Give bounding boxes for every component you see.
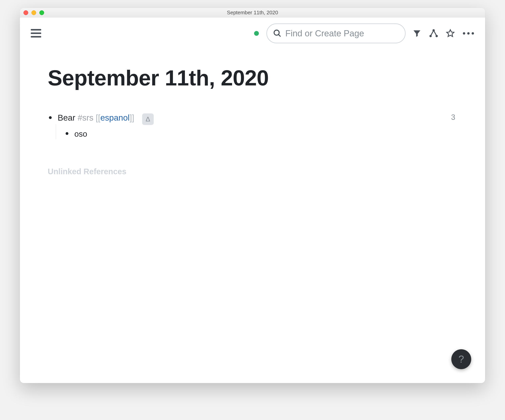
window-controls <box>24 10 44 15</box>
window-minimize-button[interactable] <box>32 10 36 15</box>
funnel-icon <box>412 29 422 38</box>
sync-status-indicator[interactable] <box>254 31 259 36</box>
filter-button[interactable] <box>411 28 422 39</box>
block-text: oso <box>74 129 87 139</box>
delta-button[interactable]: Δ <box>142 113 154 125</box>
link-espanol: espanol <box>101 113 130 122</box>
block: Bear #srs [[espanol]] Δ oso 3 <box>48 112 457 139</box>
app-window: September 11th, 2020 <box>20 8 485 383</box>
titlebar: September 11th, 2020 <box>20 8 485 18</box>
svg-rect-1 <box>31 33 41 34</box>
svg-rect-0 <box>31 29 41 31</box>
graph-button[interactable] <box>428 28 439 39</box>
menu-button[interactable] <box>30 28 42 38</box>
window-zoom-button[interactable] <box>39 10 44 15</box>
svg-rect-2 <box>31 36 41 37</box>
page-link[interactable]: [[espanol]] <box>96 113 134 122</box>
favorite-button[interactable] <box>445 28 456 39</box>
star-icon <box>446 29 455 38</box>
search-field[interactable] <box>266 24 406 43</box>
unlinked-references-heading[interactable]: Unlinked References <box>48 167 457 176</box>
ellipsis-icon <box>463 32 465 35</box>
help-icon: ? <box>459 353 464 365</box>
help-button[interactable]: ? <box>451 349 471 369</box>
window-close-button[interactable] <box>24 10 28 15</box>
block-text-container: Bear #srs [[espanol]] Δ <box>58 112 154 124</box>
more-menu-button[interactable] <box>462 30 475 37</box>
bullet-icon[interactable] <box>49 116 52 119</box>
bullet-icon[interactable] <box>66 132 68 135</box>
page-body: September 11th, 2020 Bear #srs [[espanol… <box>20 45 485 383</box>
app-toolbar <box>20 18 485 45</box>
hamburger-icon <box>31 29 41 38</box>
window-title: September 11th, 2020 <box>20 10 485 16</box>
block-content[interactable]: Bear #srs [[espanol]] Δ <box>48 112 451 124</box>
tag-srs[interactable]: #srs <box>77 113 93 122</box>
reference-count[interactable]: 3 <box>451 112 457 139</box>
search-input[interactable] <box>285 28 399 38</box>
block-children: oso <box>56 124 451 139</box>
link-bracket-close: ]] <box>130 113 134 122</box>
link-bracket-open: [[ <box>96 113 100 122</box>
graph-icon <box>429 29 438 38</box>
search-icon <box>273 29 282 38</box>
block-content[interactable]: oso <box>64 129 451 139</box>
block-text: Bear <box>58 113 77 122</box>
svg-line-4 <box>278 35 280 36</box>
page-title[interactable]: September 11th, 2020 <box>48 65 457 90</box>
